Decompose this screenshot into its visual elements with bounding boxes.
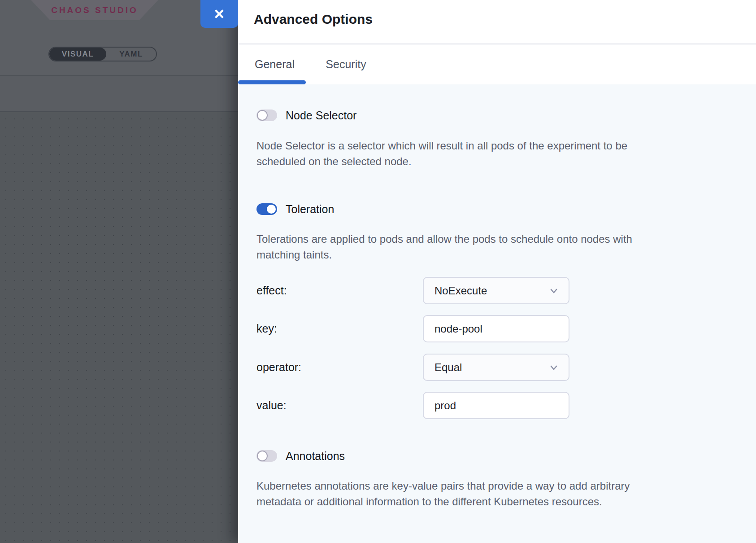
value-input[interactable] [423, 392, 569, 419]
close-icon [213, 8, 226, 20]
annotations-row: Annotations [256, 450, 345, 462]
active-tab-indicator [238, 80, 306, 84]
chevron-down-icon [549, 286, 559, 296]
toleration-description: Tolerations are applied to pods and allo… [256, 231, 632, 263]
chevron-down-icon [549, 363, 559, 372]
canvas-toolbar [0, 76, 238, 112]
general-tab-content: Node Selector Node Selector is a selecto… [238, 84, 756, 543]
toleration-label: Toleration [286, 203, 334, 215]
close-drawer-button[interactable] [200, 0, 238, 28]
chaos-studio-banner: CHAOS STUDIO [31, 0, 158, 20]
key-input[interactable] [423, 315, 569, 342]
value-field-row: value: [256, 392, 570, 419]
node-selector-row: Node Selector [256, 109, 356, 121]
screen: CHAOS STUDIO VISUAL YAML Advanced Option… [0, 0, 756, 543]
tab-general-label: General [255, 58, 295, 71]
experiment-canvas [0, 112, 238, 543]
value-label: value: [256, 392, 287, 419]
tab-general[interactable]: General [238, 44, 306, 84]
drawer-title: Advanced Options [254, 12, 373, 27]
annotations-toggle[interactable] [256, 450, 277, 462]
view-mode-toggle: VISUAL YAML [48, 47, 157, 61]
annotations-label: Annotations [286, 450, 345, 462]
toleration-row: Toleration [256, 203, 334, 215]
chaos-studio-title: CHAOS STUDIO [51, 5, 138, 15]
operator-select-value: Equal [434, 361, 462, 374]
operator-field-row: operator: Equal [256, 354, 570, 381]
effect-select-value: NoExecute [434, 285, 487, 297]
yaml-mode-button[interactable]: YAML [106, 48, 156, 61]
operator-select[interactable]: Equal [423, 354, 569, 381]
tab-security[interactable]: Security [313, 44, 378, 84]
annotations-description: Kubernetes annotations are key-value pai… [256, 478, 630, 509]
key-label: key: [256, 315, 277, 342]
visual-mode-button[interactable]: VISUAL [49, 48, 106, 61]
tab-security-label: Security [326, 58, 366, 71]
operator-label: operator: [256, 354, 301, 381]
toggle-knob [266, 204, 277, 215]
toleration-toggle[interactable] [256, 203, 277, 215]
chaos-studio-pane: CHAOS STUDIO VISUAL YAML [0, 0, 238, 543]
effect-select[interactable]: NoExecute [423, 277, 569, 304]
effect-label: effect: [256, 277, 287, 304]
node-selector-label: Node Selector [286, 109, 356, 121]
key-field-row: key: [256, 315, 570, 342]
effect-field-row: effect: NoExecute [256, 277, 570, 304]
node-selector-toggle[interactable] [256, 109, 277, 121]
node-selector-description: Node Selector is a selector which will r… [256, 138, 627, 169]
toggle-knob [257, 110, 268, 121]
tab-bar: General Security [238, 44, 756, 84]
toggle-knob [257, 451, 268, 461]
advanced-options-drawer: Advanced Options General Security Node S… [238, 0, 756, 543]
